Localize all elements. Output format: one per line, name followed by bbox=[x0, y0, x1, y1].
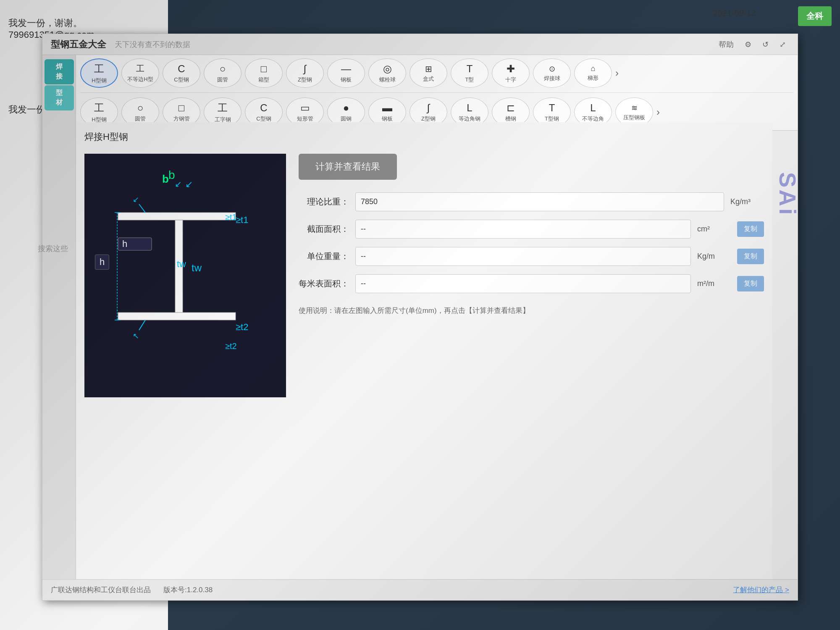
svg-text:≥t2: ≥t2 bbox=[236, 322, 248, 332]
box-label: 箱型 bbox=[258, 76, 269, 84]
copy-btn-weight[interactable]: 复制 bbox=[737, 249, 764, 264]
label-t1: ≥t1 bbox=[225, 213, 237, 222]
titlebar-right: 帮助 ⚙ ↺ ⤢ bbox=[715, 38, 789, 51]
shape-btn-trapezoid[interactable]: ⌂ 梯形 bbox=[574, 58, 612, 88]
plate-label: 钢板 bbox=[341, 76, 352, 84]
channel-label: 槽钢 bbox=[505, 115, 516, 123]
rect-tube-icon: ▭ bbox=[300, 102, 310, 114]
equal-angle-icon: L bbox=[467, 102, 472, 114]
sidebar-item-weld[interactable]: 焊 接 bbox=[45, 59, 74, 84]
cross-label: 十字 bbox=[505, 76, 516, 84]
c-steel-label-2: C型钢 bbox=[256, 115, 271, 123]
shape-btn-box-type[interactable]: ⊞ 盒式 bbox=[410, 58, 447, 88]
help-btn[interactable]: 帮助 bbox=[715, 38, 737, 51]
rect-tube-label: 短形管 bbox=[297, 115, 313, 123]
main-content: 焊接H型钢 b ↙ ≥t1 bbox=[76, 122, 772, 579]
cross-icon: ✚ bbox=[507, 63, 515, 75]
h-beam-icon-1: 工 bbox=[94, 62, 104, 76]
shape-label-h-beam-1: H型钢 bbox=[92, 77, 106, 84]
round-tube-icon: ○ bbox=[220, 63, 226, 75]
calc-button[interactable]: 计算并查看结果 bbox=[299, 154, 397, 180]
c-steel-icon: C bbox=[178, 63, 185, 75]
app-window: 型钢五金大全 天下没有查不到的数据 帮助 ⚙ ↺ ⤢ 焊 接 型 材 工 H型钢… bbox=[42, 34, 798, 601]
equal-angle-label: 等边角钢 bbox=[459, 115, 480, 123]
c-steel-label: C型钢 bbox=[174, 76, 189, 84]
z-steel-icon-2: ∫ bbox=[427, 102, 430, 114]
t-steel-label: T型钢 bbox=[545, 115, 559, 123]
content-area: b ↙ ≥t1 tw h ≥t2 bbox=[84, 154, 764, 571]
shape-btn-cross[interactable]: ✚ 十字 bbox=[492, 58, 530, 88]
shape-btn-round-tube[interactable]: ○ 圆管 bbox=[204, 58, 242, 88]
t-steel-icon: T bbox=[549, 102, 555, 114]
app-subtitle: 天下没有查不到的数据 bbox=[115, 39, 190, 50]
square-tube-icon: □ bbox=[178, 102, 185, 114]
shape-btn-bolt-ball[interactable]: ◎ 螺栓球 bbox=[368, 58, 406, 88]
settings-icon[interactable]: ⚙ bbox=[741, 38, 755, 51]
param-label-area: 截面面积： bbox=[299, 223, 349, 235]
sidebar-item-profile[interactable]: 型 材 bbox=[45, 85, 74, 110]
section-title: 焊接H型钢 bbox=[84, 131, 764, 143]
expand-icon[interactable]: ⤢ bbox=[776, 38, 789, 51]
weld-ball-label: 焊接球 bbox=[544, 75, 560, 82]
param-input-weight[interactable] bbox=[355, 247, 691, 266]
round-bar-label: 圆钢 bbox=[341, 115, 352, 123]
svg-text:h: h bbox=[122, 239, 127, 249]
copy-btn-surface[interactable]: 复制 bbox=[737, 276, 764, 291]
param-unit-area: cm² bbox=[697, 225, 731, 234]
box-type-label: 盒式 bbox=[423, 75, 434, 83]
shape-btn-z-steel[interactable]: ∫ Z型钢 bbox=[286, 58, 324, 88]
sai-watermark: SAi bbox=[774, 172, 801, 217]
sidebar-item-weld-label: 焊 bbox=[56, 63, 63, 71]
param-label-surface: 每米表面积： bbox=[299, 278, 349, 289]
press-plate-icon: ≋ bbox=[631, 103, 638, 113]
z-steel-label: Z型钢 bbox=[298, 76, 312, 84]
z-steel-icon: ∫ bbox=[304, 63, 307, 75]
h-beam-icon-2: 工 bbox=[94, 101, 104, 115]
footer-link[interactable]: 了解他们的产品 > bbox=[733, 585, 789, 595]
shape-btn-weld-ball[interactable]: ⊙ 焊接球 bbox=[533, 58, 571, 88]
shape-btn-unequal-h[interactable]: 工 不等边H型 bbox=[121, 58, 159, 88]
toolbar: 工 H型钢 工 不等边H型 C C型钢 ○ 圆管 □ 箱型 ∫ Z型钢 bbox=[76, 55, 798, 131]
sidebar: 焊 接 型 材 bbox=[42, 55, 76, 579]
param-unit-density: Kg/m³ bbox=[730, 197, 764, 206]
sidebar-item-weld-label2: 接 bbox=[56, 72, 63, 81]
app-footer: 广联达钢结构和工仪台联台出品 版本号:1.2.0.38 了解他们的产品 > bbox=[42, 579, 798, 600]
svg-rect-0 bbox=[84, 154, 286, 397]
svg-text:↖: ↖ bbox=[133, 332, 139, 340]
sidebar-item-profile-label2: 材 bbox=[56, 98, 63, 107]
bolt-ball-label: 螺栓球 bbox=[379, 76, 396, 84]
copy-btn-area[interactable]: 复制 bbox=[737, 221, 764, 237]
bolt-ball-icon: ◎ bbox=[383, 63, 392, 75]
trapezoid-icon: ⌂ bbox=[591, 64, 596, 73]
param-input-density[interactable] bbox=[355, 192, 724, 211]
refresh-icon[interactable]: ↺ bbox=[759, 38, 772, 51]
box-icon: □ bbox=[261, 63, 267, 75]
more-icon-row1: › bbox=[615, 67, 619, 79]
param-input-area[interactable] bbox=[355, 220, 691, 239]
svg-text:↙: ↙ bbox=[185, 179, 193, 189]
svg-text:↙: ↙ bbox=[133, 195, 139, 204]
shape-btn-h-beam-1[interactable]: 工 H型钢 bbox=[80, 58, 118, 88]
plate-label-2: 钢板 bbox=[382, 115, 393, 123]
t-type-label: T型 bbox=[465, 76, 474, 84]
label-b: b bbox=[162, 173, 169, 186]
shape-btn-t-type[interactable]: T T型 bbox=[451, 58, 488, 88]
more-btn-row1[interactable]: › bbox=[615, 58, 619, 88]
shape-btn-box[interactable]: □ 箱型 bbox=[245, 58, 283, 88]
shape-btn-plate[interactable]: — 钢板 bbox=[327, 58, 365, 88]
param-input-surface[interactable] bbox=[355, 274, 691, 293]
footer-company: 广联达钢结构和工仪台联台出品 bbox=[51, 585, 151, 595]
round-tube-label-2: 圆管 bbox=[135, 115, 146, 123]
i-beam-icon: 工 bbox=[218, 101, 228, 115]
weld-ball-icon: ⊙ bbox=[549, 64, 555, 74]
param-label-density: 理论比重： bbox=[299, 196, 349, 207]
unequal-angle-icon: L bbox=[590, 102, 596, 114]
green-btn[interactable]: 全科 bbox=[798, 6, 832, 26]
svg-text:b: b bbox=[168, 168, 175, 181]
plate-icon: — bbox=[341, 63, 351, 75]
c-steel-icon-2: C bbox=[260, 102, 267, 114]
shape-btn-c-steel[interactable]: C C型钢 bbox=[163, 58, 200, 88]
date-display: 2021-09-13 bbox=[713, 8, 756, 18]
press-plate-label: 压型钢板 bbox=[623, 114, 645, 121]
arrow-b: ↙ bbox=[175, 179, 182, 189]
